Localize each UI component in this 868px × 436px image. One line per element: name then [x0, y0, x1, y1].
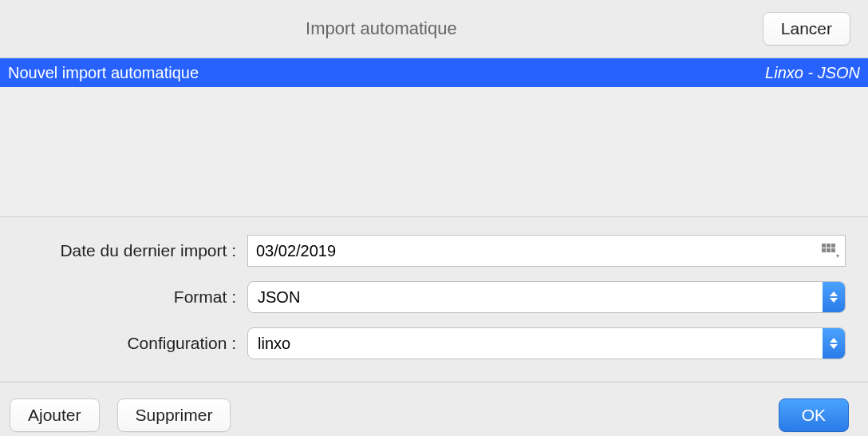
- header: Import automatique Lancer: [0, 0, 868, 57]
- list-item-type: Linxo - JSON: [765, 64, 860, 82]
- format-label: Format :: [0, 287, 247, 307]
- form-row-format: Format : JSON: [0, 281, 846, 313]
- launch-button[interactable]: Lancer: [763, 12, 850, 46]
- ok-button[interactable]: OK: [779, 398, 849, 432]
- chevron-updown-icon: [823, 282, 845, 312]
- format-select[interactable]: JSON: [247, 281, 846, 313]
- date-input[interactable]: [247, 235, 846, 267]
- config-label: Configuration :: [0, 334, 247, 353]
- delete-button[interactable]: Supprimer: [117, 398, 231, 432]
- config-select-value: linxo: [248, 328, 823, 359]
- format-select-wrap: JSON: [247, 281, 846, 313]
- chevron-updown-icon: [823, 328, 845, 359]
- footer-left: Ajouter Supprimer: [10, 398, 231, 432]
- import-list[interactable]: Nouvel import automatique Linxo - JSON: [0, 57, 868, 217]
- form-row-date: Date du dernier import :: [0, 235, 846, 267]
- footer: Ajouter Supprimer OK: [0, 382, 868, 432]
- list-item[interactable]: Nouvel import automatique Linxo - JSON: [0, 58, 868, 87]
- list-item-name: Nouvel import automatique: [8, 64, 199, 82]
- format-select-value: JSON: [248, 282, 823, 312]
- date-label: Date du dernier import :: [0, 241, 247, 260]
- config-select-wrap: linxo: [247, 327, 846, 359]
- form-row-config: Configuration : linxo: [0, 327, 846, 359]
- date-field-wrap: [247, 235, 846, 267]
- form-panel: Date du dernier import : Format : JSON: [0, 217, 868, 382]
- page-title: Import automatique: [0, 18, 763, 39]
- add-button[interactable]: Ajouter: [10, 398, 100, 432]
- config-select[interactable]: linxo: [247, 327, 846, 359]
